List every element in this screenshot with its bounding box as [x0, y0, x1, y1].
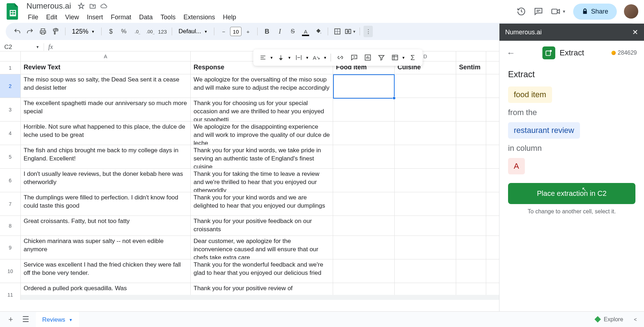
- extract-target-token[interactable]: food item: [508, 86, 552, 103]
- sheet-tab-menu-icon[interactable]: ▼: [69, 318, 73, 322]
- menu-data[interactable]: Data: [136, 12, 156, 23]
- cell[interactable]: We apologize for the oversalting of the …: [191, 74, 333, 98]
- cell[interactable]: [456, 74, 486, 98]
- cell[interactable]: [395, 98, 456, 121]
- row-header[interactable]: 4: [0, 122, 21, 145]
- sheet-tab-reviews[interactable]: Reviews ▼: [36, 312, 79, 327]
- undo-button[interactable]: [11, 26, 23, 37]
- cell[interactable]: [395, 216, 456, 236]
- cell[interactable]: The excellent spaghetti made our anniver…: [21, 98, 191, 121]
- text-wrap-button[interactable]: ▼: [293, 51, 309, 64]
- cell[interactable]: [456, 98, 486, 121]
- cell[interactable]: I don't usually leave reviews, but the d…: [21, 169, 191, 192]
- menu-file[interactable]: File: [24, 12, 42, 23]
- cell[interactable]: Thank you for taking the time to leave a…: [191, 169, 333, 192]
- increase-fontsize-button[interactable]: +: [242, 26, 254, 37]
- strikethrough-button[interactable]: S: [287, 26, 298, 37]
- paint-format-button[interactable]: [50, 26, 62, 37]
- side-panel-toggle-icon[interactable]: <: [633, 315, 638, 324]
- cell[interactable]: Thank you for your kind words and we are…: [191, 192, 333, 215]
- cell[interactable]: Thank you for your positive feedback on …: [191, 216, 333, 236]
- cell[interactable]: [456, 216, 486, 236]
- cell[interactable]: Thank you for your kind words, we take p…: [191, 145, 333, 168]
- row-header[interactable]: 6: [0, 169, 21, 192]
- column-header-e[interactable]: [456, 51, 486, 61]
- cloud-saved-icon[interactable]: [101, 3, 108, 10]
- cell[interactable]: Great croissants. Fatty, but not too fat…: [21, 216, 191, 236]
- fill-color-button[interactable]: [313, 26, 324, 37]
- move-icon[interactable]: [89, 3, 96, 10]
- cell[interactable]: Service was excellent I had the fried ch…: [21, 259, 191, 283]
- meet-icon[interactable]: [551, 6, 561, 16]
- cell[interactable]: [456, 192, 486, 215]
- cell[interactable]: Dear customer, we apologize for the inco…: [191, 236, 333, 259]
- align-vertical-button[interactable]: ▼: [275, 51, 291, 64]
- star-icon[interactable]: [78, 3, 85, 10]
- merge-button[interactable]: ▼: [345, 26, 356, 37]
- menu-tools[interactable]: Tools: [157, 12, 179, 23]
- cell[interactable]: [395, 192, 456, 215]
- cell[interactable]: [456, 145, 486, 168]
- close-icon[interactable]: ✕: [632, 28, 638, 36]
- cell[interactable]: [333, 236, 395, 259]
- cell[interactable]: Review Text: [21, 61, 191, 74]
- cell[interactable]: [395, 74, 456, 98]
- cell[interactable]: The miso soup was so salty, the Dead Sea…: [21, 74, 191, 98]
- cell[interactable]: [456, 169, 486, 192]
- fontsize-input[interactable]: [230, 27, 241, 36]
- add-sheet-button[interactable]: +: [6, 314, 16, 324]
- share-button[interactable]: Share: [573, 4, 617, 20]
- cell[interactable]: [333, 192, 395, 215]
- comments-icon[interactable]: [533, 6, 543, 16]
- menu-format[interactable]: Format: [107, 12, 135, 23]
- name-box[interactable]: C2▼: [0, 44, 44, 51]
- chart-button[interactable]: [362, 51, 374, 64]
- filter-views-button[interactable]: ▼: [389, 51, 405, 64]
- cell[interactable]: The dumplings were filled to perfection.…: [21, 192, 191, 215]
- menu-view[interactable]: View: [62, 12, 83, 23]
- italic-button[interactable]: I: [274, 26, 286, 37]
- menu-edit[interactable]: Edit: [43, 12, 61, 23]
- cell[interactable]: The fish and chips brought me back to my…: [21, 145, 191, 168]
- menu-help[interactable]: Help: [219, 12, 240, 23]
- menu-extensions[interactable]: Extensions: [180, 12, 219, 23]
- document-title[interactable]: Numerous.ai: [24, 1, 73, 11]
- filter-button[interactable]: [375, 51, 387, 64]
- select-all-corner[interactable]: [0, 51, 21, 61]
- cell[interactable]: [395, 169, 456, 192]
- sheets-logo[interactable]: [6, 3, 20, 20]
- cell[interactable]: [456, 236, 486, 259]
- functions-button[interactable]: Σ: [407, 51, 419, 64]
- column-header-a[interactable]: A: [21, 51, 191, 61]
- row-header[interactable]: 2: [0, 74, 21, 98]
- row-header[interactable]: 8: [0, 216, 21, 236]
- cell[interactable]: Chicken marinara was super salty -- not …: [21, 236, 191, 259]
- cell[interactable]: Thank you for the wonderful feedback and…: [191, 259, 333, 283]
- cell[interactable]: Sentim: [456, 61, 486, 74]
- all-sheets-button[interactable]: ☰: [21, 314, 31, 324]
- row-header[interactable]: 3: [0, 98, 21, 121]
- explore-button[interactable]: Explore: [590, 314, 628, 325]
- row-header[interactable]: 1: [0, 61, 21, 74]
- extract-source-token[interactable]: restaurant review: [508, 122, 580, 139]
- borders-button[interactable]: [332, 26, 343, 37]
- cell[interactable]: [333, 74, 395, 98]
- font-select[interactable]: Defaul...▼: [176, 28, 210, 35]
- cell[interactable]: [333, 122, 395, 145]
- cell[interactable]: [333, 98, 395, 121]
- print-button[interactable]: [37, 26, 49, 37]
- row-header[interactable]: 10: [0, 259, 21, 283]
- cell[interactable]: [456, 259, 486, 283]
- row-header[interactable]: 11: [0, 283, 21, 300]
- cell[interactable]: [333, 145, 395, 168]
- menu-insert[interactable]: Insert: [83, 12, 107, 23]
- cell[interactable]: [395, 236, 456, 259]
- row-header[interactable]: 5: [0, 145, 21, 168]
- text-rotation-button[interactable]: A↘▼: [311, 51, 327, 64]
- comment-button[interactable]: [348, 51, 360, 64]
- user-avatar[interactable]: [624, 4, 638, 19]
- history-icon[interactable]: [516, 6, 526, 16]
- cell[interactable]: [395, 145, 456, 168]
- align-horizontal-button[interactable]: ▼: [257, 51, 273, 64]
- percent-button[interactable]: %: [118, 26, 130, 37]
